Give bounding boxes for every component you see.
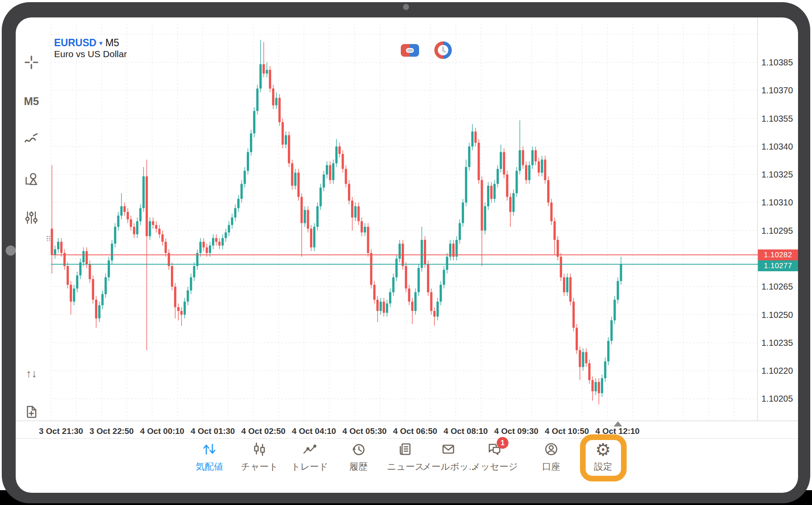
- symbol-dropdown-icon[interactable]: ▾: [99, 39, 103, 47]
- candle-body: [329, 165, 331, 180]
- candle-body: [60, 242, 62, 253]
- price-axis-labels: 1.103851.103701.103551.103401.103251.103…: [761, 58, 793, 403]
- candle-body: [244, 171, 246, 184]
- candle-body: [541, 160, 543, 173]
- candle-body: [335, 147, 338, 164]
- candle-body: [73, 289, 75, 302]
- candle-body: [345, 169, 347, 184]
- candle-body: [550, 202, 553, 221]
- nav-item-chat[interactable]: メッセージ: [468, 441, 521, 473]
- candle-body: [184, 302, 186, 315]
- price-label: 1.10235: [761, 338, 793, 348]
- candle-body: [171, 266, 173, 287]
- sort-updown-icon-glyph: ↑↓: [26, 367, 37, 380]
- candle-body: [136, 221, 138, 234]
- candle-body: [405, 266, 407, 288]
- candle-body: [256, 89, 259, 111]
- candle-body: [553, 221, 556, 240]
- indicators-icon[interactable]: [20, 129, 43, 150]
- scroll-to-latest-icon[interactable]: [614, 421, 622, 427]
- candle-body: [152, 221, 154, 225]
- time-label: 3 Oct 21:30: [39, 427, 83, 436]
- candle-body: [57, 242, 59, 249]
- candle-body: [468, 147, 470, 167]
- candle-body: [215, 238, 217, 242]
- candle-body: [509, 197, 512, 212]
- trade-icon: [283, 441, 336, 458]
- candle-body: [76, 276, 78, 289]
- candle-body: [316, 206, 318, 227]
- market-sessions-clock-icon[interactable]: [433, 41, 453, 60]
- crosshair-icon[interactable]: [20, 52, 43, 73]
- candle-body: [250, 133, 252, 152]
- nav-item-mail[interactable]: メールボッ...: [422, 441, 474, 473]
- candle-body: [155, 225, 157, 229]
- nav-item-account[interactable]: 口座: [525, 441, 577, 473]
- price-label: 1.10265: [761, 282, 793, 291]
- timeframe-label[interactable]: M5: [105, 37, 119, 48]
- candle-body: [506, 174, 508, 197]
- candle-body: [399, 244, 401, 259]
- settings-sliders-icon[interactable]: [20, 207, 43, 228]
- new-chart-icon[interactable]: [20, 401, 43, 422]
- candle-body: [503, 152, 505, 174]
- time-label: 4 Oct 09:30: [494, 427, 538, 436]
- candle-body: [455, 240, 457, 257]
- candle-body: [234, 208, 236, 217]
- nav-item-chart[interactable]: チャート: [233, 441, 286, 473]
- candle-body: [101, 294, 103, 305]
- candle-body: [573, 302, 575, 328]
- candle-body: [556, 240, 559, 257]
- candle-body: [433, 311, 436, 317]
- timeframe-m5[interactable]: M5: [20, 91, 43, 112]
- candle-body: [531, 150, 533, 165]
- ask-price-badge: 1.10282: [758, 249, 798, 260]
- chart-splitter-handle[interactable]: [46, 235, 51, 241]
- candle-body: [259, 64, 262, 89]
- one-click-trading-icon[interactable]: [401, 44, 419, 57]
- candle-body: [294, 173, 297, 186]
- nav-item-history[interactable]: 履歴: [332, 441, 385, 473]
- time-label: 3 Oct 22:50: [89, 427, 133, 436]
- candle-body: [566, 277, 568, 292]
- nav-item-quotes[interactable]: 気配値: [183, 441, 235, 473]
- candle-body: [67, 266, 69, 285]
- candle-body: [376, 300, 379, 311]
- nav-label: 気配値: [183, 461, 235, 473]
- candle-body: [51, 229, 53, 255]
- candle-body: [209, 246, 211, 253]
- quotes-icon: [183, 441, 235, 458]
- price-label: 1.10295: [761, 226, 793, 235]
- candle-body: [594, 382, 597, 391]
- candle-body: [297, 173, 300, 197]
- objects-icon[interactable]: [20, 169, 43, 190]
- messages-unread-badge: 1: [497, 437, 508, 449]
- symbol-label[interactable]: EURUSD: [54, 37, 96, 48]
- time-axis-labels: 3 Oct 21:303 Oct 22:504 Oct 00:104 Oct 0…: [39, 427, 639, 436]
- candle-body: [358, 206, 360, 221]
- candlestick-chart[interactable]: 3 Oct 21:303 Oct 22:504 Oct 00:104 Oct 0…: [16, 17, 798, 493]
- candle-body: [481, 180, 483, 231]
- candle-body: [620, 264, 622, 281]
- candle-body: [392, 277, 394, 292]
- nav-item-trade[interactable]: トレード: [283, 441, 336, 473]
- chat-icon: [468, 441, 521, 458]
- price-label: 1.10370: [761, 85, 793, 95]
- mail-icon: [422, 441, 474, 458]
- candle-body: [174, 287, 176, 307]
- candle-body: [291, 163, 293, 185]
- time-label: 4 Oct 10:50: [545, 427, 589, 436]
- time-label: 4 Oct 08:10: [444, 427, 488, 436]
- price-label: 1.10205: [761, 394, 793, 403]
- candles: [51, 40, 622, 405]
- candle-body: [313, 227, 315, 247]
- candle-body: [437, 302, 439, 317]
- candle-body: [493, 184, 495, 199]
- candle-body: [98, 305, 100, 318]
- account-icon: [525, 441, 577, 458]
- sort-updown-icon[interactable]: ↑↓: [20, 363, 43, 384]
- candle-body: [465, 167, 467, 202]
- candle-body: [611, 320, 613, 341]
- candle-body: [212, 238, 214, 246]
- candle-body: [535, 150, 537, 161]
